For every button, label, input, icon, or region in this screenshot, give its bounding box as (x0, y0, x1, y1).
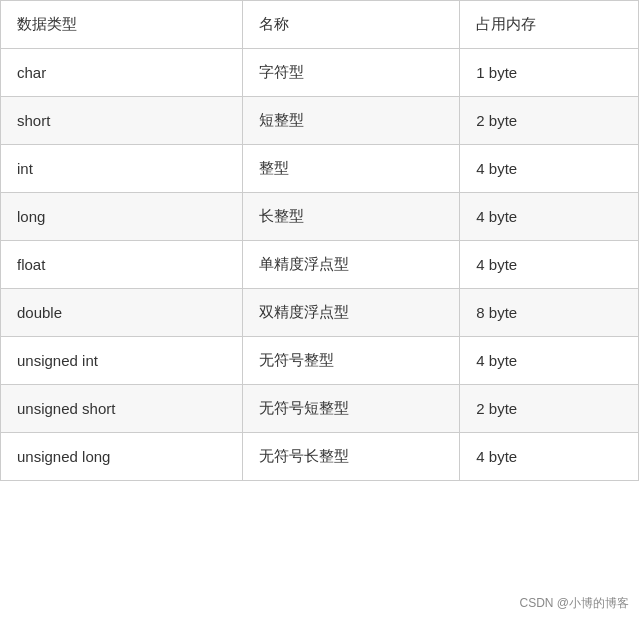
cell-memory: 4 byte (460, 433, 639, 481)
cell-memory: 2 byte (460, 385, 639, 433)
footer-label: CSDN @小博的博客 (519, 596, 629, 610)
cell-type: short (1, 97, 243, 145)
table-row: char字符型1 byte (1, 49, 639, 97)
cell-memory: 4 byte (460, 337, 639, 385)
cell-name: 长整型 (243, 193, 460, 241)
cell-type: unsigned int (1, 337, 243, 385)
table-row: short短整型2 byte (1, 97, 639, 145)
footer: CSDN @小博的博客 (0, 589, 639, 618)
cell-memory: 4 byte (460, 193, 639, 241)
cell-type: char (1, 49, 243, 97)
table-row: long长整型4 byte (1, 193, 639, 241)
header-type: 数据类型 (1, 1, 243, 49)
table-row: unsigned int无符号整型4 byte (1, 337, 639, 385)
cell-memory: 8 byte (460, 289, 639, 337)
cell-name: 无符号短整型 (243, 385, 460, 433)
cell-name: 字符型 (243, 49, 460, 97)
cell-type: double (1, 289, 243, 337)
cell-type: int (1, 145, 243, 193)
cell-name: 无符号长整型 (243, 433, 460, 481)
header-memory: 占用内存 (460, 1, 639, 49)
header-name: 名称 (243, 1, 460, 49)
data-table-wrapper: 数据类型 名称 占用内存 char字符型1 byteshort短整型2 byte… (0, 0, 639, 589)
table-row: unsigned long无符号长整型4 byte (1, 433, 639, 481)
cell-name: 短整型 (243, 97, 460, 145)
cell-type: unsigned short (1, 385, 243, 433)
cell-name: 整型 (243, 145, 460, 193)
table-row: unsigned short无符号短整型2 byte (1, 385, 639, 433)
table-header-row: 数据类型 名称 占用内存 (1, 1, 639, 49)
cell-memory: 2 byte (460, 97, 639, 145)
cell-name: 单精度浮点型 (243, 241, 460, 289)
cell-type: float (1, 241, 243, 289)
data-types-table: 数据类型 名称 占用内存 char字符型1 byteshort短整型2 byte… (0, 0, 639, 481)
table-row: int整型4 byte (1, 145, 639, 193)
cell-type: unsigned long (1, 433, 243, 481)
cell-name: 双精度浮点型 (243, 289, 460, 337)
cell-memory: 4 byte (460, 145, 639, 193)
table-row: float单精度浮点型4 byte (1, 241, 639, 289)
cell-type: long (1, 193, 243, 241)
cell-memory: 1 byte (460, 49, 639, 97)
cell-memory: 4 byte (460, 241, 639, 289)
table-row: double双精度浮点型8 byte (1, 289, 639, 337)
cell-name: 无符号整型 (243, 337, 460, 385)
